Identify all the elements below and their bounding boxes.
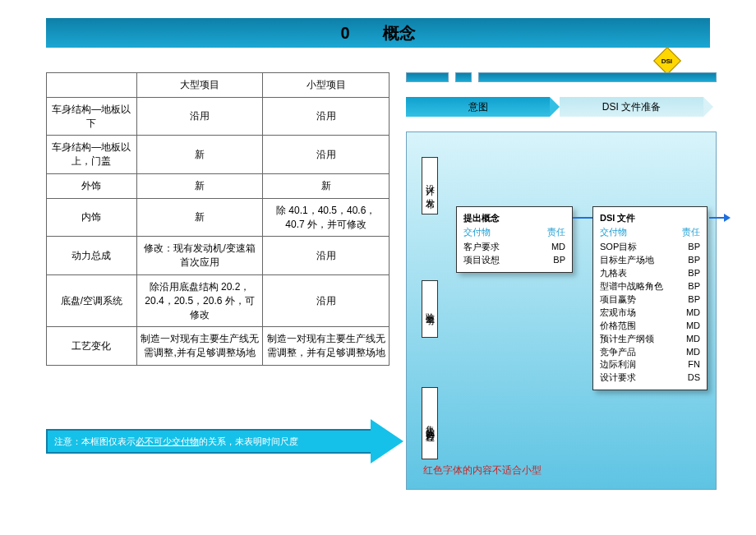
card1-title: 提出概念: [463, 212, 565, 224]
title-number: 0: [340, 24, 349, 43]
th-large: 大型项目: [136, 73, 263, 98]
dsi-diamond-icon: DSI: [653, 47, 681, 75]
swimlane-manufacture: 集成制造过程: [422, 387, 438, 459]
title-bar: 0 概念: [46, 18, 710, 48]
table-row: 车身结构—地板以上，门盖新沿用: [47, 136, 390, 174]
table-row: 外饰新新: [47, 173, 390, 198]
card2-title: DSI 文件: [600, 212, 700, 224]
note-arrow-text: 注意：本框图仅表示 必不可少交付物 的关系，未表明时间尺度: [46, 429, 371, 454]
table-row: 工艺变化制造一对现有主要生产线无需调整,并有足够调整场地制造一对现有主要生产线无…: [47, 327, 390, 366]
note-arrow: 注意：本框图仅表示 必不可少交付物 的关系，未表明时间尺度: [46, 419, 406, 464]
th-blank: [47, 73, 137, 98]
phase-dsi-prep: DSI 文件准备: [560, 97, 703, 117]
swimlane-design: 设计／发布: [422, 157, 438, 214]
scope-table: 大型项目 小型项目 车身结构—地板以下沿用沿用 车身结构—地板以上，门盖新沿用 …: [46, 72, 390, 366]
table-row: 车身结构—地板以下沿用沿用: [47, 97, 390, 136]
card-propose-concept: 提出概念 交付物责任 客户要求MD 项目设想BP: [456, 206, 573, 273]
red-footnote: 红色字体的内容不适合小型: [423, 464, 542, 477]
table-header-row: 大型项目 小型项目: [47, 73, 390, 98]
phase-intent: 意图: [406, 97, 550, 117]
connector-arrow-icon: [573, 217, 592, 219]
process-panel: 设计／发布 验证学习 集成制造过程 提出概念 交付物责任 客户要求MD 项目设想…: [406, 131, 717, 490]
table-row: 底盘/空调系统除沿用底盘结构 20.2，20.4，20.5，20.6 外，可修改…: [47, 274, 390, 326]
table-row: 内饰新除 40.1，40.5，40.6，40.7 外，并可修改: [47, 198, 390, 237]
table-row: 动力总成修改：现有发动机/变速箱首次应用沿用: [47, 237, 390, 275]
output-arrow-icon: [709, 217, 726, 219]
card-dsi-file: DSI 文件 交付物责任 SOP目标BP 目标生产场地BP 九格表BP 型谱中战…: [592, 206, 708, 390]
note-arrow-head-icon: [371, 419, 403, 464]
swimlane-verify: 验证学习: [422, 280, 438, 338]
title-text: 概念: [383, 22, 416, 44]
th-small: 小型项目: [263, 73, 390, 98]
phase-arrow-band: 意图 DSI 文件准备: [406, 97, 717, 117]
dsi-diamond-label: DSI: [662, 58, 672, 65]
